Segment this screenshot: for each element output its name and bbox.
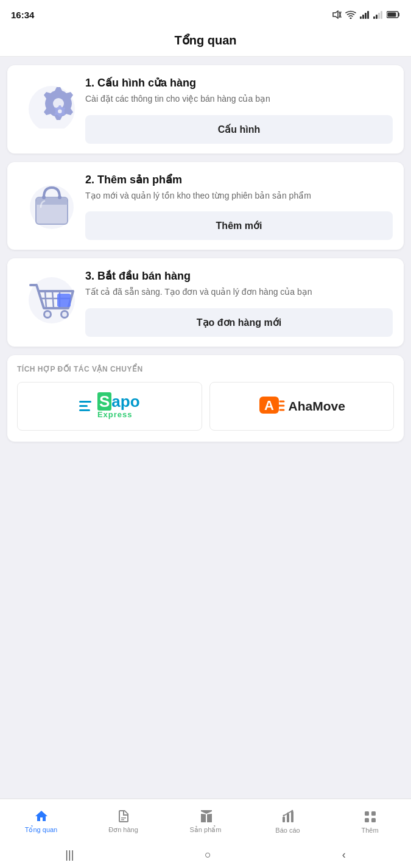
sapo-s-letter: S [97,392,111,411]
gear-icon [24,80,79,129]
wifi-icon [345,10,356,19]
status-icons [332,10,400,19]
sapo-express-logo: Sapo Express [79,393,140,419]
signal1-icon [360,10,370,19]
svg-marker-0 [333,11,338,18]
order-card-desc: Tất cả đã sẵn sàng. Tạo đơn và quản lý đ… [85,286,393,298]
nav-item-orders[interactable]: Đơn hàng [82,799,164,841]
svg-rect-43 [365,811,369,816]
status-bar: 16:34 [0,0,411,27]
battery-icon [387,11,400,18]
nav-home-label: Tổng quan [25,826,57,834]
shipping-section-title: TÍCH HỢP ĐỐI TÁC VẬN CHUYỂN [17,365,394,373]
nav-item-more[interactable]: Thêm [329,799,411,841]
main-content: 1. Cấu hình cửa hàng Cài đặt các thông t… [0,57,411,799]
svg-point-21 [58,196,61,199]
config-button[interactable]: Cấu hình [85,115,393,144]
svg-rect-5 [362,15,364,19]
svg-text:A: A [264,398,274,413]
ahamove-logo: A AhaMove [258,394,345,418]
cart-icon [24,273,79,325]
svg-rect-46 [371,818,376,822]
svg-rect-10 [378,13,380,19]
status-time: 16:34 [11,10,34,20]
sapo-express-text: Express [97,410,133,419]
config-icon-area [18,76,85,129]
svg-rect-39 [291,811,293,822]
product-icon-area [18,173,85,231]
orders-nav-icon [116,809,131,824]
svg-rect-4 [360,16,362,19]
config-card-body: 1. Cấu hình cửa hàng Cài đặt các thông t… [85,76,393,144]
nav-reports-label: Báo cáo [275,827,300,834]
nav-item-home[interactable]: Tổng quan [0,799,82,841]
svg-rect-38 [287,814,289,822]
svg-point-3 [350,18,352,19]
system-nav-home[interactable]: ○ [205,849,211,861]
more-nav-icon [363,810,378,824]
signal2-icon [373,10,383,19]
ahamove-logo-box[interactable]: A AhaMove [209,382,395,431]
svg-point-41 [287,812,289,814]
system-nav-bar: ||| ○ ‹ [0,841,411,868]
system-nav-recent[interactable]: ||| [65,849,74,861]
svg-rect-11 [381,11,382,19]
svg-point-30 [62,312,67,317]
home-nav-icon [34,809,49,824]
shipping-logos: Sapo Express A [17,382,394,431]
sapo-text-group: Sapo Express [97,393,140,419]
svg-point-16 [58,110,62,114]
order-card-body: 3. Bắt đầu bán hàng Tất cả đã sẵn sàng. … [85,269,393,337]
order-card-title: 3. Bắt đầu bán hàng [85,269,393,283]
sapo-main-text: Sapo [97,393,140,409]
nav-more-label: Thêm [361,827,378,834]
products-nav-icon [198,809,213,824]
ahamove-text: AhaMove [289,399,345,414]
add-product-button[interactable]: Thêm mới [85,211,393,240]
shipping-section: TÍCH HỢP ĐỐI TÁC VẬN CHUYỂN Sapo Expr [7,355,404,442]
ahamove-icon: A [258,394,285,418]
create-order-button[interactable]: Tạo đơn hàng mới [85,308,393,337]
svg-rect-9 [376,15,378,19]
svg-point-42 [291,810,293,811]
product-card-body: 2. Thêm sản phẩm Tạo mới và quản lý tồn … [85,173,393,241]
product-card-desc: Tạo mới và quản lý tồn kho theo từng phi… [85,190,393,202]
svg-point-20 [42,196,46,199]
bag-icon [27,177,76,231]
reports-nav-icon [281,810,295,824]
order-card: 3. Bắt đầu bán hàng Tất cả đã sẵn sàng. … [7,258,404,347]
sapo-express-logo-box[interactable]: Sapo Express [17,382,202,431]
product-card: 2. Thêm sản phẩm Tạo mới và quản lý tồn … [7,162,404,250]
nav-item-products[interactable]: Sản phẩm [164,799,247,841]
config-card-title: 1. Cấu hình cửa hàng [85,76,393,90]
svg-rect-44 [371,811,376,816]
nav-item-reports[interactable]: Báo cáo [247,799,329,841]
app-header: Tổng quan [0,27,411,57]
svg-rect-8 [373,16,375,19]
bottom-nav: Tổng quan Đơn hàng Sản phẩm Báo cáo [0,799,411,841]
svg-rect-31 [57,294,71,307]
svg-rect-7 [367,11,369,19]
nav-orders-label: Đơn hàng [108,826,138,834]
config-card: 1. Cấu hình cửa hàng Cài đặt các thông t… [7,65,404,153]
svg-rect-45 [365,818,369,822]
svg-rect-6 [365,13,367,19]
svg-point-28 [45,312,50,317]
svg-rect-13 [388,13,396,17]
mute-icon [332,10,342,19]
system-nav-back[interactable]: ‹ [342,849,346,861]
order-icon-area [18,269,85,325]
config-card-desc: Cài đặt các thông tin cho việc bán hàng … [85,93,393,105]
svg-rect-37 [283,817,285,822]
sapo-speed-lines [79,401,91,411]
product-card-title: 2. Thêm sản phẩm [85,173,393,186]
nav-products-label: Sản phẩm [190,826,222,834]
svg-point-40 [283,814,284,816]
page-title: Tổng quan [175,34,237,47]
